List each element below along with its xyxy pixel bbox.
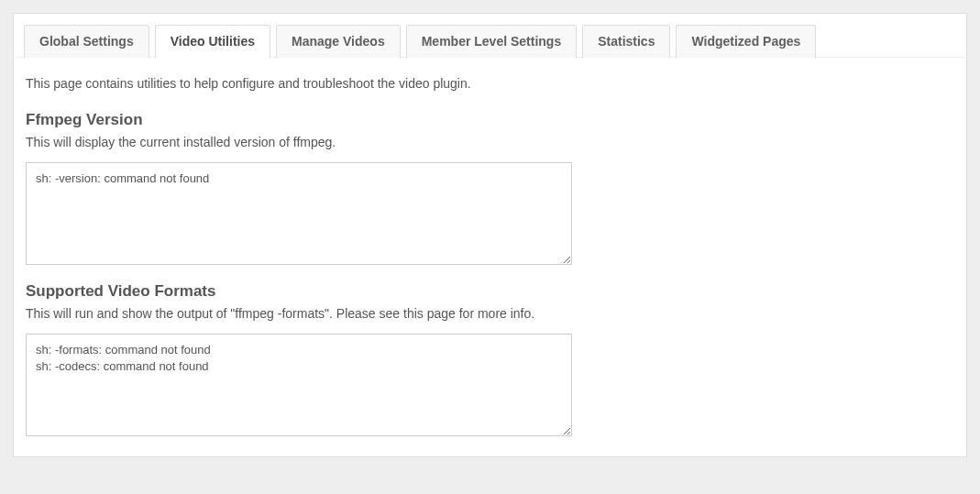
section-desc-supported-formats: This will run and show the output of "ff… (26, 306, 954, 321)
output-ffmpeg-version[interactable] (26, 162, 572, 265)
section-desc-ffmpeg-version: This will display the current installed … (26, 135, 954, 149)
tab-manage-videos[interactable]: Manage Videos (276, 25, 401, 58)
tab-global-settings[interactable]: Global Settings (24, 25, 149, 58)
section-heading-supported-formats: Supported Video Formats (26, 282, 954, 301)
tab-member-level-settings[interactable]: Member Level Settings (406, 25, 578, 58)
tab-video-utilities[interactable]: Video Utilities (155, 25, 270, 58)
tab-widgetized-pages[interactable]: Widgetized Pages (676, 25, 816, 58)
tab-statistics[interactable]: Statistics (582, 25, 670, 58)
output-supported-formats[interactable] (26, 334, 572, 436)
tab-content: This page contains utilities to help con… (15, 58, 965, 456)
intro-text: This page contains utilities to help con… (26, 76, 954, 91)
section-heading-ffmpeg-version: Ffmpeg Version (26, 111, 954, 129)
main-panel: Global Settings Video Utilities Manage V… (13, 13, 967, 457)
tabs-container: Global Settings Video Utilities Manage V… (15, 15, 965, 58)
